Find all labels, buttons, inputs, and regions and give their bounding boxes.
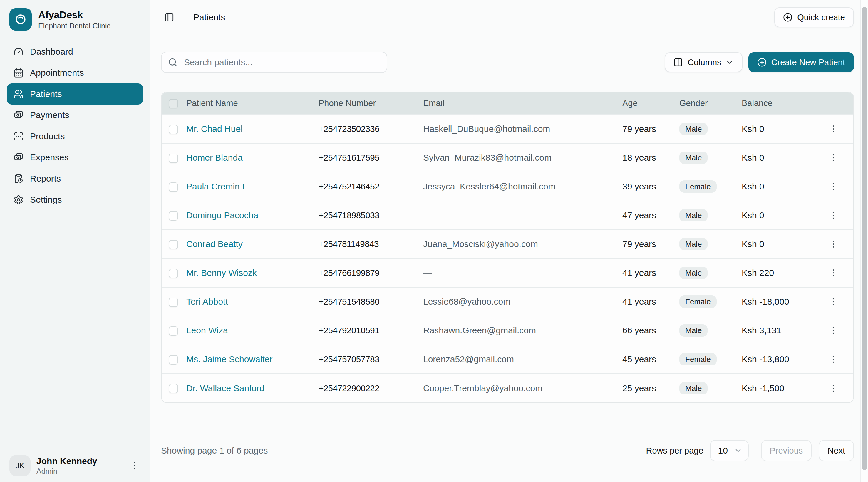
patient-name-link[interactable]: Domingo Pacocha: [186, 210, 258, 220]
sidebar-toggle-button[interactable]: [162, 10, 176, 24]
column-header-age: Age: [622, 92, 679, 115]
patient-name-link[interactable]: Ms. Jaime Schowalter: [186, 354, 272, 364]
sidebar-item-products[interactable]: Products: [7, 126, 143, 147]
user-name: John Kennedy: [36, 456, 122, 467]
patient-name-link[interactable]: Mr. Chad Huel: [186, 124, 243, 134]
create-new-patient-button[interactable]: Create New Patient: [748, 52, 854, 72]
panel-left-icon: [164, 12, 174, 22]
patient-name-link[interactable]: Homer Blanda: [186, 153, 243, 162]
sidebar-item-settings[interactable]: Settings: [7, 189, 143, 210]
row-menu-button[interactable]: [826, 122, 840, 136]
table-row: Conrad Beatty +254781149843 Juana_Moscis…: [162, 230, 854, 258]
row-menu-button[interactable]: [826, 266, 840, 280]
sidebar-item-appointments[interactable]: Appointments: [7, 62, 143, 84]
gender-badge: Male: [679, 324, 708, 336]
row-menu-button[interactable]: [826, 180, 840, 194]
chevron-down-icon: [734, 446, 742, 455]
sidebar-item-patients[interactable]: Patients: [7, 84, 143, 104]
user-role: Admin: [36, 467, 122, 476]
table-row: Domingo Pacocha +254718985033 — 47 years…: [162, 201, 854, 230]
next-page-button[interactable]: Next: [818, 440, 854, 461]
row-menu-button[interactable]: [826, 323, 840, 338]
gauge-icon: [13, 47, 24, 57]
org-name: Elephant Dental Clinic: [38, 22, 111, 30]
wallet-icon: [13, 153, 24, 162]
rows-per-page-select[interactable]: 10: [710, 440, 749, 461]
age-cell: 41 years: [622, 258, 679, 287]
sidebar-item-payments[interactable]: Payments: [7, 104, 143, 126]
patient-name-link[interactable]: Mr. Benny Wisozk: [186, 268, 257, 278]
sidebar-item-reports[interactable]: Reports: [7, 168, 143, 189]
user-menu-button[interactable]: [127, 458, 142, 473]
ellipsis-vertical-icon: [828, 383, 838, 393]
row-checkbox[interactable]: [169, 326, 178, 336]
age-cell: 47 years: [622, 201, 679, 230]
row-checkbox[interactable]: [169, 154, 178, 163]
row-checkbox[interactable]: [169, 240, 178, 249]
table-row: Mr. Chad Huel +254723502336 Haskell_DuBu…: [162, 115, 854, 143]
row-checkbox[interactable]: [169, 297, 178, 307]
table-row: Ms. Jaime Schowalter +254757057783 Loren…: [162, 345, 854, 374]
previous-page-button[interactable]: Previous: [761, 440, 812, 461]
sidebar-item-label: Appointments: [30, 68, 84, 78]
balance-cell: Ksh -13,800: [742, 345, 824, 374]
row-checkbox[interactable]: [169, 183, 178, 192]
table-row: Paula Cremin I +254752146452 Jessyca_Kes…: [162, 172, 854, 201]
search-icon: [168, 58, 178, 67]
avatar: JK: [9, 455, 31, 476]
row-menu-button[interactable]: [826, 352, 840, 366]
row-checkbox[interactable]: [169, 269, 178, 278]
balance-cell: Ksh 0: [742, 143, 824, 172]
rows-per-page-label: Rows per page: [646, 446, 703, 456]
email-cell: Jessyca_Kessler64@hotmail.com: [423, 172, 622, 201]
patient-name-link[interactable]: Paula Cremin I: [186, 182, 245, 191]
row-checkbox[interactable]: [169, 384, 178, 393]
window-scrollbar-thumb[interactable]: [862, 7, 867, 470]
row-menu-button[interactable]: [826, 151, 840, 165]
ellipsis-vertical-icon: [828, 325, 838, 335]
email-cell: Lessie68@yahoo.com: [423, 287, 622, 316]
patient-name-link[interactable]: Leon Wiza: [186, 325, 228, 335]
gender-badge: Female: [679, 295, 717, 308]
columns-button[interactable]: Columns: [665, 52, 742, 72]
column-header-patient-name: Patient Name: [186, 92, 318, 115]
table-header-row: Patient Name Phone Number Email Age Gend…: [162, 92, 854, 115]
balance-cell: Ksh 0: [742, 172, 824, 201]
topbar-divider: [185, 12, 185, 22]
sidebar-item-dashboard[interactable]: Dashboard: [7, 41, 143, 62]
row-checkbox[interactable]: [169, 125, 178, 134]
phone-cell: +254751548580: [318, 287, 423, 316]
email-cell: Rashawn.Green@gmail.com: [423, 316, 622, 345]
phone-cell: +254766199879: [318, 258, 423, 287]
ellipsis-vertical-icon: [828, 210, 838, 220]
table-row: Leon Wiza +254792010591 Rashawn.Green@gm…: [162, 316, 854, 345]
sidebar-item-label: Payments: [30, 110, 69, 120]
phone-cell: +254752146452: [318, 172, 423, 201]
patient-name-link[interactable]: Dr. Wallace Sanford: [186, 383, 265, 393]
search-input[interactable]: [161, 52, 387, 73]
balance-cell: Ksh 0: [742, 201, 824, 230]
row-menu-button[interactable]: [826, 208, 840, 222]
phone-cell: +254718985033: [318, 201, 423, 230]
ellipsis-vertical-icon: [828, 268, 838, 278]
row-menu-button[interactable]: [826, 381, 840, 395]
content-area: Columns Create New Patient: [150, 35, 868, 482]
row-checkbox[interactable]: [169, 211, 178, 221]
column-header-email: Email: [423, 92, 622, 115]
row-menu-button[interactable]: [826, 295, 840, 309]
row-checkbox[interactable]: [169, 355, 178, 364]
table-row: Dr. Wallace Sanford +254722900222 Cooper…: [162, 374, 854, 403]
email-cell: Haskell_DuBuque@hotmail.com: [423, 115, 622, 143]
patient-name-link[interactable]: Conrad Beatty: [186, 239, 243, 249]
select-all-checkbox[interactable]: [169, 99, 178, 108]
age-cell: 66 years: [622, 316, 679, 345]
patient-name-link[interactable]: Teri Abbott: [186, 297, 228, 307]
ellipsis-vertical-icon: [828, 182, 838, 192]
gender-badge: Male: [679, 209, 708, 222]
phone-cell: +254723502336: [318, 115, 423, 143]
sidebar-item-expenses[interactable]: Expenses: [7, 147, 143, 168]
email-cell: Sylvan_Murazik83@hotmail.com: [423, 143, 622, 172]
quick-create-button[interactable]: Quick create: [774, 7, 854, 27]
scan-barcode-icon: [13, 131, 24, 141]
row-menu-button[interactable]: [826, 237, 840, 251]
